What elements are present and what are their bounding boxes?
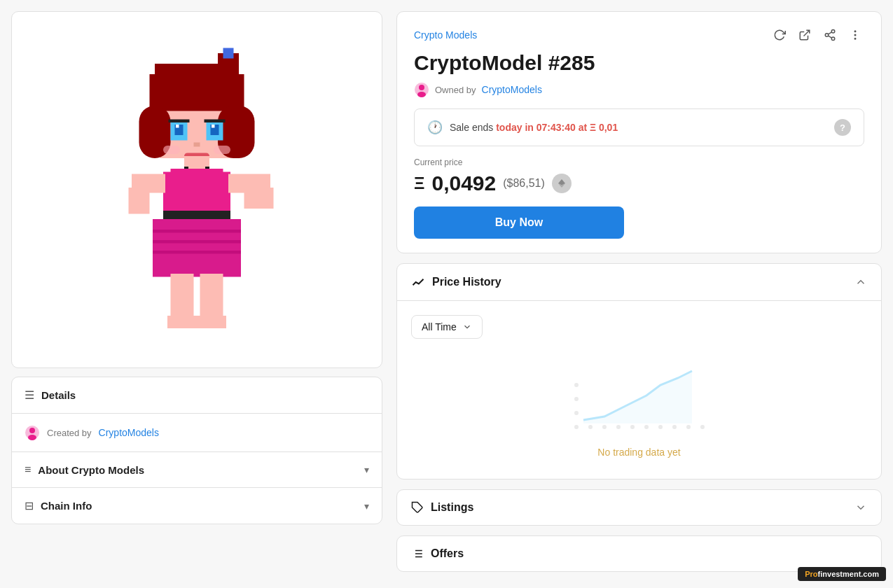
creator-avatar (25, 425, 40, 440)
svg-point-42 (825, 34, 829, 37)
nft-info-card: Crypto Models (396, 11, 882, 253)
svg-point-56 (602, 425, 607, 429)
buy-now-button[interactable]: Buy Now (414, 206, 624, 239)
svg-rect-32 (167, 316, 197, 328)
price-label: Current price (414, 158, 864, 167)
owner-row: Owned by CryptoModels (414, 82, 864, 97)
svg-point-50 (419, 85, 424, 90)
filter-chevron-icon (462, 322, 472, 332)
share-button[interactable] (821, 26, 839, 44)
clock-icon: 🕐 (427, 120, 443, 135)
creator-link[interactable]: CryptoModels (99, 427, 159, 438)
svg-line-44 (828, 36, 831, 38)
sale-timer: 07:43:40 (537, 122, 576, 133)
watermark-invest: finvestment.com (818, 570, 879, 578)
svg-rect-17 (214, 146, 230, 154)
watermark: Profinvestment.com (798, 567, 886, 581)
refresh-button[interactable] (770, 26, 789, 44)
sale-prefix: Sale ends (450, 122, 493, 133)
owner-avatar (414, 82, 429, 97)
breadcrumb-row: Crypto Models (414, 26, 864, 44)
svg-rect-23 (153, 230, 241, 233)
sale-today: today in (496, 122, 537, 133)
svg-rect-25 (153, 251, 241, 254)
svg-rect-16 (163, 146, 180, 154)
nft-image (92, 43, 302, 337)
svg-rect-14 (205, 120, 226, 123)
listings-title: Listings (431, 501, 473, 514)
offers-header-left: Offers (411, 547, 464, 560)
offers-title: Offers (431, 547, 464, 560)
price-history-title: Price History (432, 276, 501, 288)
svg-point-59 (644, 425, 649, 429)
listings-chevron-icon (854, 501, 867, 514)
svg-rect-33 (197, 316, 226, 328)
offers-header[interactable]: Offers (397, 536, 881, 571)
svg-rect-36 (171, 169, 223, 175)
price-amount: 0,0492 (431, 172, 496, 195)
listings-header-left: Listings (411, 501, 473, 514)
share-icon (824, 29, 836, 41)
listings-card: Listings (396, 489, 882, 526)
time-filter-dropdown[interactable]: All Time (411, 315, 483, 339)
owner-prefix: Owned by (435, 85, 476, 95)
breadcrumb-link[interactable]: Crypto Models (414, 29, 477, 41)
svg-rect-22 (153, 219, 241, 277)
svg-line-40 (804, 30, 810, 36)
details-card: ☰ Details Created by CryptoModels ≡ Abou… (11, 377, 382, 524)
svg-rect-11 (176, 125, 179, 128)
chain-label: Chain Info (41, 500, 92, 512)
nft-image-card (11, 11, 382, 368)
svg-line-45 (828, 32, 831, 34)
svg-rect-12 (212, 125, 215, 128)
help-button[interactable]: ? (834, 119, 851, 136)
price-section: Current price Ξ 0,0492 ($86,51) (414, 158, 864, 195)
svg-point-66 (574, 383, 579, 387)
external-link-icon (798, 29, 811, 41)
listings-header[interactable]: Listings (397, 490, 881, 525)
svg-point-39 (28, 435, 36, 440)
price-history-card: Price History All Time (396, 263, 882, 479)
price-history-header-left: Price History (411, 275, 501, 289)
price-row: Ξ 0,0492 ($86,51) (414, 172, 864, 195)
about-icon: ≡ (25, 463, 31, 476)
svg-point-57 (616, 425, 621, 429)
svg-rect-24 (153, 240, 241, 244)
svg-point-54 (574, 425, 579, 429)
svg-rect-29 (244, 188, 274, 209)
svg-point-41 (831, 30, 835, 34)
no-data-text: No trading data yet (597, 447, 680, 458)
svg-point-43 (831, 37, 835, 41)
about-left: ≡ About Crypto Models (25, 463, 144, 476)
details-section-header[interactable]: ☰ Details (12, 377, 382, 414)
svg-rect-2 (223, 48, 234, 59)
svg-point-46 (854, 31, 856, 32)
sale-at: at (579, 122, 590, 133)
chain-chevron-icon: ▾ (364, 500, 369, 512)
svg-rect-4 (150, 74, 244, 111)
filter-label: All Time (422, 321, 457, 332)
chain-left: ⊟ Chain Info (25, 499, 92, 512)
svg-point-47 (854, 34, 856, 36)
svg-point-64 (574, 411, 579, 415)
svg-point-58 (630, 425, 635, 429)
sale-info: 🕐 Sale ends today in 07:43:40 at Ξ 0,01 (427, 120, 618, 135)
svg-rect-31 (200, 274, 223, 321)
price-history-header[interactable]: Price History (397, 264, 881, 301)
price-history-chevron-icon (854, 276, 867, 288)
price-chart (569, 357, 709, 441)
about-section[interactable]: ≡ About Crypto Models ▾ (12, 452, 382, 488)
more-vertical-icon (849, 29, 861, 41)
svg-point-38 (29, 428, 35, 433)
more-options-button[interactable] (846, 26, 864, 44)
details-icon: ☰ (25, 388, 34, 402)
svg-point-51 (417, 92, 426, 97)
about-chevron-icon: ▾ (364, 464, 369, 475)
svg-point-48 (854, 38, 856, 40)
listings-icon (411, 501, 424, 514)
owner-link[interactable]: CryptoModels (482, 84, 542, 95)
open-new-tab-button[interactable] (796, 26, 814, 44)
chain-section[interactable]: ⊟ Chain Info ▾ (12, 488, 382, 524)
svg-rect-15 (194, 143, 200, 147)
svg-point-60 (658, 425, 663, 429)
